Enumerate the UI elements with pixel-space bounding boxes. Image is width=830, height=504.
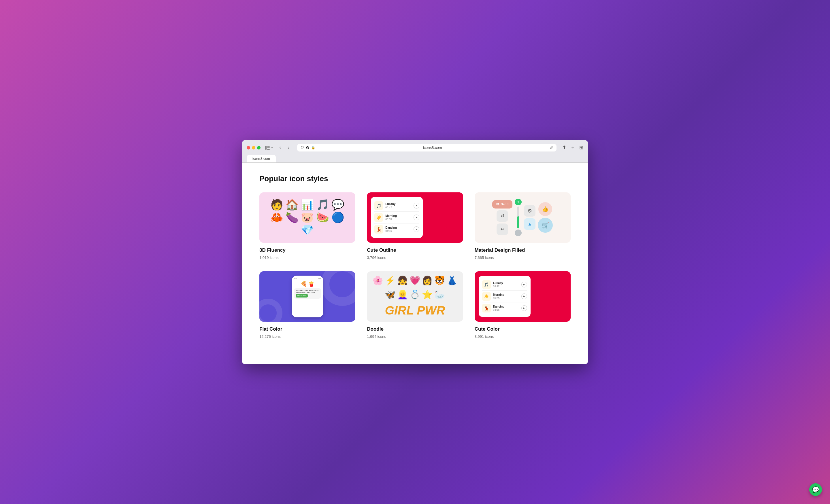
phone-card-text: Your favourite restaurants, delivered to…: [294, 288, 321, 299]
doodle-emoji-swan: 🦢: [434, 290, 445, 300]
share-button[interactable]: ⬆: [562, 144, 566, 150]
forward-button[interactable]: ›: [286, 144, 291, 151]
doodle-emoji-butterfly: 🦋: [385, 290, 395, 300]
phone-battery: ●●●: [318, 278, 321, 280]
emoji-chart: 📊: [301, 200, 314, 210]
svg-rect-0: [265, 146, 266, 150]
phone-top-bar: 9:41 ●●●: [294, 278, 321, 280]
flat-phone-mockup: 9:41 ●●● 🍕 🍟 Your favourite restaurants,…: [292, 276, 323, 317]
chat-icon: 💬: [812, 486, 819, 493]
page-title: Popular icon styles: [259, 174, 571, 183]
address-input[interactable]: [318, 145, 547, 150]
phone-time: 9:41: [294, 278, 297, 280]
card-image-material: ✉ Send ↺ ↩ + −: [475, 192, 571, 243]
morning-play-btn-2[interactable]: ▶: [521, 294, 527, 299]
lullaby-icon: 🎵: [374, 201, 383, 210]
fullscreen-button[interactable]: [257, 146, 260, 149]
red-corner-decor-2: [545, 271, 571, 309]
food-icons-row: 🍕 🍟: [294, 281, 321, 287]
card-cute-color[interactable]: 🎵 Lullaby 03:42 ▶ ☀️ Morning: [475, 271, 571, 339]
music-card-panel-2: 🎵 Lullaby 03:42 ▶ ☀️ Morning: [479, 276, 531, 317]
food-icon-1: 🍕: [300, 281, 307, 287]
doodle-emoji-girl3: 👱‍♀️: [397, 290, 408, 300]
card-name-3d-fluency: 3D Fluency: [259, 247, 355, 253]
dancing-icon: 💃: [374, 225, 383, 234]
like-icon-btn: 👍: [538, 202, 552, 216]
card-flat-color[interactable]: 9:41 ●●● 🍕 🍟 Your favourite restaurants,…: [259, 271, 355, 339]
material-slider: + −: [515, 199, 522, 236]
tab-bar: icons8.com: [247, 155, 583, 162]
sidebar-toggle-button[interactable]: [264, 145, 274, 150]
dancing-info: Dancing 04:16: [385, 226, 411, 232]
close-button[interactable]: [247, 146, 250, 149]
doodle-emoji-tiger: 🐯: [434, 275, 445, 285]
dancing-play-btn[interactable]: ▶: [414, 226, 419, 232]
slider-fill: [517, 216, 519, 228]
address-bar-container[interactable]: 🛡 G 🔒 ↺: [297, 144, 556, 152]
basket-icon-btn: 🛒: [538, 218, 553, 233]
morning-time: 05:35: [385, 218, 411, 221]
circle-decor-2: [259, 299, 282, 322]
emoji-watermelon: 🍉: [316, 212, 329, 223]
music-row-lullaby: 🎵 Lullaby 03:42 ▶: [374, 200, 419, 212]
emoji-house: 🏠: [286, 200, 298, 210]
browser-chrome: ‹ › 🛡 G 🔒 ↺ ⬆ ＋ ⊞ icons8.com: [242, 140, 588, 163]
new-tab-button[interactable]: ＋: [570, 144, 575, 151]
doodle-emoji-dress: 👗: [447, 275, 457, 285]
lullaby-time: 03:42: [385, 206, 411, 209]
grid-view-button[interactable]: ⊞: [579, 144, 583, 150]
card-count-material: 7,665 icons: [475, 256, 571, 260]
dancing-time: 04:16: [385, 230, 411, 232]
lullaby-play-btn[interactable]: ▶: [414, 203, 419, 208]
morning-time-2: 05:35: [493, 297, 519, 300]
reload-button[interactable]: ↺: [550, 145, 553, 150]
dancing-play-btn-2[interactable]: ▶: [521, 305, 527, 311]
material-column-3: ⚙ ▲: [524, 205, 536, 230]
dancing-time-2: 04:16: [493, 308, 519, 311]
card-material[interactable]: ✉ Send ↺ ↩ + −: [475, 192, 571, 260]
material-column-1: ✉ Send ↺ ↩: [492, 200, 512, 235]
plus-btn-material: +: [515, 199, 522, 205]
morning-icon: ☀️: [374, 213, 383, 222]
lullaby-title-2: Lullaby: [493, 281, 519, 285]
back-button[interactable]: ‹: [278, 144, 283, 151]
lullaby-info-2: Lullaby 03:42: [493, 281, 519, 288]
lullaby-icon-2: 🎵: [482, 280, 491, 289]
morning-play-btn[interactable]: ▶: [414, 214, 419, 220]
tab-label: icons8.com: [252, 157, 270, 161]
active-tab[interactable]: icons8.com: [247, 155, 276, 162]
chat-bubble-button[interactable]: 💬: [809, 483, 822, 496]
lullaby-play-btn-2[interactable]: ▶: [521, 282, 527, 288]
svg-rect-3: [267, 149, 270, 150]
emoji-person: 🧑: [270, 200, 283, 210]
card-image-3d-fluency: 🧑 🏠 📊 🎵 💬 🦀 🍆 🐷 🍉 🔵 💎: [259, 192, 355, 243]
gear-icon-btn: ⚙: [524, 205, 536, 216]
card-3d-fluency[interactable]: 🧑 🏠 📊 🎵 💬 🦀 🍆 🐷 🍉 🔵 💎: [259, 192, 355, 260]
card-cute-outline[interactable]: 🎵 Lullaby 03:42 ▶ ☀️ Morning: [367, 192, 463, 260]
doodle-emoji-girl1: 👧: [397, 275, 408, 285]
emoji-pig: 🐷: [301, 212, 314, 223]
card-image-flat-color: 9:41 ●●● 🍕 🍟 Your favourite restaurants,…: [259, 271, 355, 322]
emoji-grid: 🧑 🏠 📊 🎵 💬 🦀 🍆 🐷 🍉 🔵 💎: [262, 197, 352, 238]
undo-icon-btn: ↩: [497, 224, 508, 235]
address-bar-icons: 🛡 G: [300, 145, 309, 150]
minimize-button[interactable]: [252, 146, 255, 149]
icons-grid: 🧑 🏠 📊 🎵 💬 🦀 🍆 🐷 🍉 🔵 💎: [259, 192, 571, 339]
emoji-chat: 💬: [331, 200, 344, 210]
lullaby-info: Lullaby 03:42: [385, 202, 411, 209]
card-name-flat-color: Flat Color: [259, 326, 355, 332]
morning-info-2: Morning 05:35: [493, 293, 519, 300]
card-count-doodle: 1,994 icons: [367, 334, 463, 339]
browser-actions: ⬆ ＋ ⊞: [562, 144, 583, 151]
browser-window: ‹ › 🛡 G 🔒 ↺ ⬆ ＋ ⊞ icons8.com: [242, 140, 588, 364]
card-count-flat-color: 12,276 icons: [259, 334, 355, 339]
card-count-cute-color: 3,991 icons: [475, 334, 571, 339]
material-column-4: 👍 🛒: [538, 202, 553, 233]
morning-title-2: Morning: [493, 293, 519, 297]
music-row-dancing: 💃 Dancing 04:16 ▶: [374, 224, 419, 235]
card-count-cute-outline: 3,796 icons: [367, 256, 463, 260]
dancing-title: Dancing: [385, 226, 411, 230]
card-doodle[interactable]: 🌸 ⚡ 👧 💗 👩 🐯 👗 🦋 👱‍♀️ 💍 ⭐ 🦢 GIRL PWR: [367, 271, 463, 339]
slider-track: [517, 206, 519, 228]
doodle-emoji-flower: 🌸: [372, 275, 383, 285]
